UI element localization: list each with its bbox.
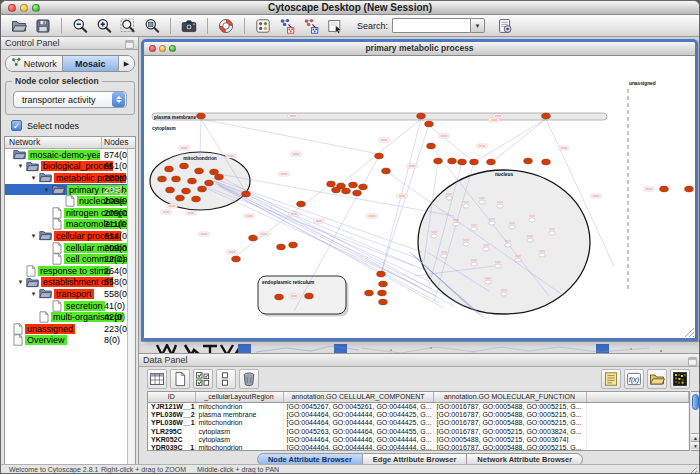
help-lifering-icon[interactable] — [216, 16, 236, 36]
annotation-icon[interactable] — [325, 16, 345, 36]
network-node[interactable] — [377, 271, 386, 277]
network-node[interactable] — [524, 158, 533, 164]
delete-attribute-icon[interactable] — [239, 369, 259, 389]
network-node[interactable] — [232, 256, 241, 262]
network-edge[interactable] — [492, 119, 546, 162]
network-node[interactable] — [434, 158, 443, 164]
network-node[interactable] — [249, 235, 258, 241]
column-header[interactable]: annotation.GO CELLULAR_COMPONENT — [283, 392, 433, 402]
network-node[interactable] — [417, 113, 426, 119]
expand-arrow-icon[interactable]: ▼ — [28, 291, 39, 297]
network-edge[interactable] — [474, 119, 546, 162]
column-header[interactable]: ID — [148, 392, 195, 402]
network-edge[interactable] — [206, 188, 419, 286]
scrollbar-thumb[interactable] — [692, 394, 699, 410]
network-node[interactable] — [427, 143, 436, 149]
unselect-attributes-icon[interactable] — [216, 369, 236, 389]
network-node[interactable] — [158, 176, 167, 182]
tree-item-transport[interactable]: ▼transport558(0) — [5, 288, 127, 300]
open-folder-icon[interactable] — [9, 16, 29, 36]
tree-item-cell-communicat[interactable]: cell communicat22(0) — [5, 253, 127, 265]
dropdown-stepper-icon[interactable] — [112, 92, 125, 107]
network-node[interactable] — [210, 169, 219, 175]
tree-item-establishment-of-lo[interactable]: ▼establishment of lo558(0) — [5, 277, 127, 289]
table-row[interactable]: YDR039C__1mitochondrion[GO:0044464, GO:0… — [148, 443, 689, 451]
network-node[interactable] — [277, 244, 286, 250]
tree-column-nodes[interactable]: Nodes — [102, 137, 135, 148]
zoom-selected-icon[interactable] — [142, 16, 162, 36]
network-window-titlebar[interactable]: primary metabolic process — [144, 42, 695, 56]
network-node[interactable] — [378, 290, 387, 296]
expand-arrow-icon[interactable]: ▼ — [28, 175, 39, 181]
network-node[interactable] — [327, 181, 336, 187]
network-node[interactable] — [379, 281, 388, 287]
network-node[interactable] — [375, 153, 384, 159]
tab-network[interactable]: Network — [6, 56, 63, 71]
network-node[interactable] — [470, 159, 479, 165]
tree-item-secretion[interactable]: secretion41(0) — [5, 300, 127, 312]
snapshot-camera-icon[interactable] — [179, 16, 199, 36]
network-node[interactable] — [685, 186, 694, 192]
tree-item-mosaic-demo-yeast[interactable]: mosaic-demo-yeast874(0) — [5, 149, 127, 161]
network-node[interactable] — [660, 186, 669, 192]
notes-icon[interactable] — [601, 369, 621, 389]
network-node[interactable] — [448, 158, 457, 164]
node-color-dropdown[interactable]: transporter activity — [13, 91, 127, 108]
network-node[interactable] — [332, 187, 341, 193]
network-node[interactable] — [487, 159, 496, 165]
network-node[interactable] — [166, 187, 175, 193]
network-node[interactable] — [305, 293, 314, 299]
float-icon[interactable] — [124, 38, 135, 49]
network-node[interactable] — [542, 159, 551, 165]
zoom-fit-icon[interactable] — [118, 16, 138, 36]
network-canvas[interactable]: plasma membranecytoplasmmitochondrionnuc… — [144, 56, 695, 338]
network-import-icon[interactable] — [277, 16, 297, 36]
tree-item-macromolecule[interactable]: macromolecule311(0) — [5, 219, 127, 231]
expand-arrow-icon[interactable]: ▼ — [15, 163, 26, 169]
new-attribute-icon[interactable] — [170, 369, 190, 389]
table-row[interactable]: YKR052Ccytoplasm[GO:0044464, GO:0044446,… — [148, 435, 689, 443]
save-icon[interactable] — [33, 16, 53, 36]
table-row[interactable]: YJR121W__1mitochondrion[GO:0045267, GO:0… — [148, 402, 689, 410]
network-node[interactable] — [297, 201, 306, 207]
column-header[interactable]: _cellularLayoutRegion — [195, 392, 283, 402]
network-node[interactable] — [188, 178, 197, 184]
vizmapper-icon[interactable] — [253, 16, 273, 36]
network-node[interactable] — [342, 188, 351, 194]
network-node[interactable] — [275, 294, 284, 300]
expand-arrow-icon[interactable]: ▼ — [28, 233, 39, 239]
network-node[interactable] — [359, 184, 368, 190]
table-row[interactable]: YPL036W__2plasma membrane[GO:0044464, GO… — [148, 410, 689, 418]
network-node[interactable] — [180, 163, 189, 169]
import-attributes-icon[interactable] — [647, 369, 667, 389]
select-nodes-checkbox[interactable]: ✓ — [11, 120, 22, 131]
tree-item-multi-organism-pro[interactable]: multi-organism pro42(0) — [5, 311, 127, 323]
scroll-down-icon[interactable]: ▼ — [691, 441, 700, 449]
function-builder-icon[interactable]: f(x) — [624, 369, 644, 389]
tree-item-primary-metabo[interactable]: ▼primary metabo209(... — [5, 184, 127, 196]
network-node[interactable] — [198, 186, 207, 192]
table-row[interactable]: YLR295Ccytoplasm[GO:0045263, GO:0044464,… — [148, 427, 689, 435]
network-node[interactable] — [458, 159, 467, 165]
network-node[interactable] — [379, 299, 388, 305]
heatmap-icon[interactable] — [670, 369, 690, 389]
tree-item-overview[interactable]: Overview8(0) — [5, 335, 127, 347]
network-node[interactable] — [242, 191, 251, 197]
network-edge[interactable] — [200, 119, 201, 156]
network-node[interactable] — [425, 121, 434, 127]
tab-overflow-arrow[interactable]: ▶ — [119, 56, 134, 71]
zoom-out-icon[interactable] — [70, 16, 90, 36]
table-scrollbar[interactable]: ▲ ▼ — [691, 391, 700, 451]
attribute-table[interactable]: ID_cellularLayoutRegionannotation.GO CEL… — [147, 391, 690, 451]
select-attributes-icon[interactable] — [193, 369, 213, 389]
tree-item-cellular-metabo[interactable]: cellular metabo209(0) — [5, 242, 127, 254]
search-dropdown-button[interactable]: ▼ — [470, 18, 485, 33]
scroll-up-icon[interactable]: ▲ — [691, 433, 700, 441]
expand-arrow-icon[interactable]: ▼ — [15, 279, 26, 285]
resize-grip-icon[interactable] — [688, 466, 698, 474]
tree-column-network[interactable]: Network — [5, 137, 102, 148]
network-node[interactable] — [195, 168, 204, 174]
network-node[interactable] — [542, 113, 551, 119]
network-node[interactable] — [382, 168, 391, 174]
network-node[interactable] — [215, 174, 224, 180]
